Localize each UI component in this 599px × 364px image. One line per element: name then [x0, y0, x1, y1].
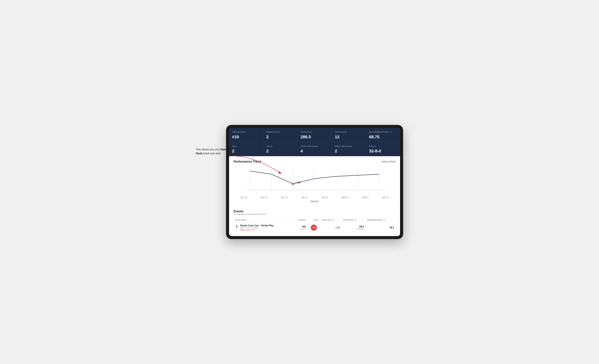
performance-chart: • #10: [234, 166, 396, 196]
info-icon-weighted-points: i: [383, 219, 385, 221]
stats-row-2: Wins 2 Top 3s 2 Stroke Play Events 4 Mat…: [229, 142, 400, 156]
stat-scoring-avg: Scoring Avg. 286.5: [298, 128, 332, 142]
rank-impact-arrow-icon: ▼: [253, 229, 255, 231]
score-badge: -22: [311, 225, 317, 231]
event-position-cell: 6th out of 7: [292, 222, 308, 233]
tablet-screen: National Rank #10 Regional Rank 2 Scorin…: [229, 128, 400, 236]
stat-match-play-events: Match Play Events 2: [332, 142, 366, 156]
chart-x-labels: OCT 23 NOV 23 DEC 23 JAN 24 FEB 24 MAR 2…: [234, 196, 396, 199]
x-label-mar24: MAR 24: [335, 196, 355, 199]
x-label-oct23: OCT 23: [234, 196, 254, 199]
table-header-row: Event Name Position Score Event SG i Tot…: [234, 218, 396, 222]
performance-title: Performance Trend: [234, 160, 261, 163]
th-weighted-points: Weighted Points i: [365, 218, 396, 222]
stat-avg-weighted-points: Avg. Weighted Points i 68.75: [366, 128, 400, 142]
events-title: Events: [234, 210, 396, 213]
x-label-dec23: DEC 23: [274, 196, 294, 199]
stats-row-1: National Rank #10 Regional Rank 2 Scorin…: [229, 128, 400, 142]
tablet-device: National Rank #10 Regional Rank 2 Scorin…: [226, 125, 403, 239]
th-event-name: Event Name: [234, 218, 292, 222]
screen-content: National Rank #10 Regional Rank 2 Scorin…: [229, 128, 400, 236]
chart-x-title: Months: [234, 199, 396, 206]
annotation-text: This shows you your National Rank trend …: [196, 148, 234, 155]
data-point-label: • #10: [295, 181, 301, 184]
table-row: 🏌️ Buster Cozy Cup – Stroke Play Oct 9 –…: [234, 222, 396, 233]
events-section: Events Last updated: 24th November 2023 …: [229, 206, 400, 236]
data-point-dot: [292, 183, 294, 185]
event-date: Oct 9 – Oct 10, 2023: [240, 227, 273, 229]
th-event-sg: Event SG i: [320, 218, 342, 222]
x-label-may24: MAY 24: [375, 196, 396, 199]
info-icon-avg-weighted: i: [390, 131, 392, 133]
performance-header: Performance Trend National Rank: [234, 160, 396, 163]
performance-label: National Rank: [381, 160, 396, 163]
event-score-cell: -22: [308, 222, 320, 233]
th-total-points: Total Points i: [342, 218, 365, 222]
event-name-cell: 🏌️ Buster Cozy Cup – Stroke Play Oct 9 –…: [234, 222, 292, 233]
outer-wrapper: This shows you your National Rank trend …: [196, 125, 403, 239]
event-icon: 🏌️: [235, 225, 239, 228]
stat-record: Record 32-8-0: [366, 142, 400, 156]
performance-section: Performance Trend National Rank: [229, 156, 400, 206]
th-score: Score: [308, 218, 320, 222]
event-sg-cell: 0.45: [320, 222, 342, 233]
info-icon-event-sg: i: [332, 219, 334, 221]
th-position: Position: [292, 218, 308, 222]
info-icon-total-points: i: [354, 219, 357, 221]
x-label-feb24: FEB 24: [315, 196, 335, 199]
stat-national-rank: National Rank #10: [229, 128, 263, 142]
x-label-apr24: APR 24: [355, 196, 375, 199]
rank-impact: Rank Impact: 3 ▼: [240, 229, 273, 231]
x-label-nov23: NOV 23: [254, 196, 274, 199]
events-table: Event Name Position Score Event SG i Tot…: [234, 218, 396, 233]
event-total-points-cell: 28.3 3 Rounds: [342, 222, 365, 233]
stat-wins: Wins 2: [229, 142, 263, 156]
stat-total-rounds: Total Rounds 12: [332, 128, 366, 142]
x-label-jan24: JAN 24: [294, 196, 315, 199]
event-name: Buster Cozy Cup – Stroke Play: [240, 224, 273, 227]
event-weighted-points-cell: 28.3: [365, 222, 396, 233]
stat-stroke-play-events: Stroke Play Events 4: [298, 142, 332, 156]
stat-regional-rank: Regional Rank 2: [263, 128, 297, 142]
chart-svg: • #10: [234, 166, 396, 196]
stat-top3s: Top 3s 2: [263, 142, 297, 156]
events-last-updated: Last updated: 24th November 2023: [234, 213, 396, 215]
